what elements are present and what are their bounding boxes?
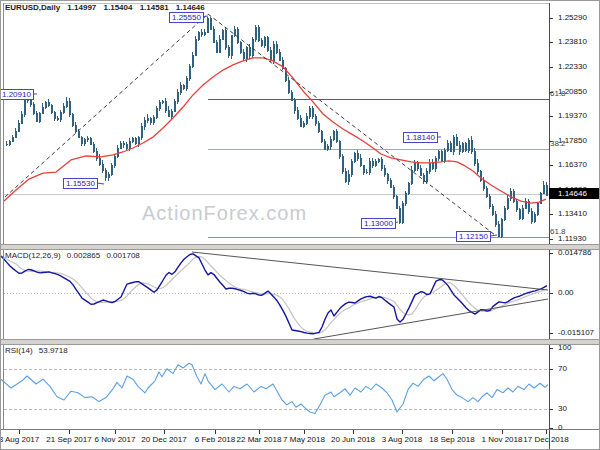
price-callout[interactable]: 1.15530	[63, 178, 98, 189]
macd-signal-line	[1, 256, 547, 333]
symbol-timeframe-label: EURUSD,Daily	[5, 3, 60, 12]
y-axis-label: 100	[558, 343, 571, 352]
chart-canvas[interactable]	[1, 1, 600, 450]
y-axis-label: -0.015107	[558, 328, 594, 337]
y-axis-label: 0.00	[558, 288, 574, 297]
candlestick-series	[6, 17, 548, 239]
rsi-value: 53.9718	[39, 346, 68, 355]
macd-signal-value: 0.001708	[106, 251, 139, 260]
price-callout[interactable]: 1.25550	[169, 12, 204, 23]
macd-main-value: 0.002865	[67, 251, 100, 260]
chart-window: ActionForex.com EURUSD,Daily 1.14997 1.1…	[0, 0, 600, 450]
macd-indicator-label[interactable]: MACD(12,26,9) 0.002865 0.001708	[5, 251, 144, 260]
panel-frame	[1, 3, 600, 450]
ohlc-open-value: 1.14997	[67, 3, 96, 12]
y-axis-label: 0.014786	[558, 248, 591, 257]
price-callout[interactable]: 1.18140	[403, 132, 438, 143]
panel-divider-macd-rsi[interactable]	[1, 339, 600, 345]
fib-level-label[interactable]: 38.2	[550, 139, 566, 148]
date-label: 7 May 2018	[283, 435, 325, 444]
macd-triangle-lines	[192, 252, 548, 339]
date-axis[interactable]: 8 Aug 201721 Sep 20176 Nov 201720 Dec 20…	[1, 435, 600, 449]
fib-retracement-lines	[208, 100, 549, 238]
price-callout[interactable]: 1.12150	[456, 231, 491, 242]
date-label: 17 Dec 2018	[523, 435, 568, 444]
y-axis-label: 1.23810	[558, 37, 587, 46]
date-label: 6 Nov 2017	[95, 435, 136, 444]
price-axis[interactable]: 1.252901.238101.223301.208501.193701.178…	[549, 1, 600, 450]
date-label: 20 Jun 2018	[331, 435, 375, 444]
y-axis-label: 1.19370	[558, 111, 587, 120]
date-label: 8 Aug 2017	[0, 435, 39, 444]
current-price-tag: 1.14646	[549, 188, 600, 199]
ohlc-close-value: 1.14646	[176, 3, 205, 12]
fib-level-label[interactable]: 61.8	[550, 89, 566, 98]
fib-level-label[interactable]: 61.8	[550, 227, 566, 236]
price-callout[interactable]: 1.20910	[0, 89, 34, 100]
callout-tails	[31, 16, 497, 236]
date-label: 1 Nov 2018	[482, 435, 523, 444]
macd-name: MACD(12,26,9)	[5, 251, 61, 260]
y-axis-label: 70	[558, 364, 567, 373]
date-label: 21 Sep 2017	[46, 435, 91, 444]
y-axis-label: 1.16370	[558, 160, 587, 169]
price-callout[interactable]: 1.13000	[361, 218, 396, 229]
date-label: 3 Aug 2018	[382, 435, 422, 444]
y-axis-label: 30	[558, 404, 567, 413]
rsi-line	[1, 363, 548, 413]
ohlc-high-value: 1.15404	[104, 3, 133, 12]
ohlc-low-value: 1.14581	[140, 3, 169, 12]
y-axis-label: 0	[558, 423, 562, 432]
y-axis-label: 1.25290	[558, 13, 587, 22]
y-axis-label: 1.22330	[558, 62, 587, 71]
rsi-indicator-label[interactable]: RSI(14) 53.9718	[5, 346, 72, 355]
date-label: 22 Mar 2018	[237, 435, 282, 444]
date-label: 6 Feb 2018	[195, 435, 235, 444]
panel-divider-main-macd[interactable]	[1, 244, 600, 250]
rsi-name: RSI(14)	[5, 346, 33, 355]
y-axis-label: 1.13410	[558, 209, 587, 218]
date-label: 18 Sep 2018	[429, 435, 474, 444]
chart-header: EURUSD,Daily 1.14997 1.15404 1.14581 1.1…	[5, 3, 210, 12]
date-label: 20 Dec 2017	[141, 435, 186, 444]
